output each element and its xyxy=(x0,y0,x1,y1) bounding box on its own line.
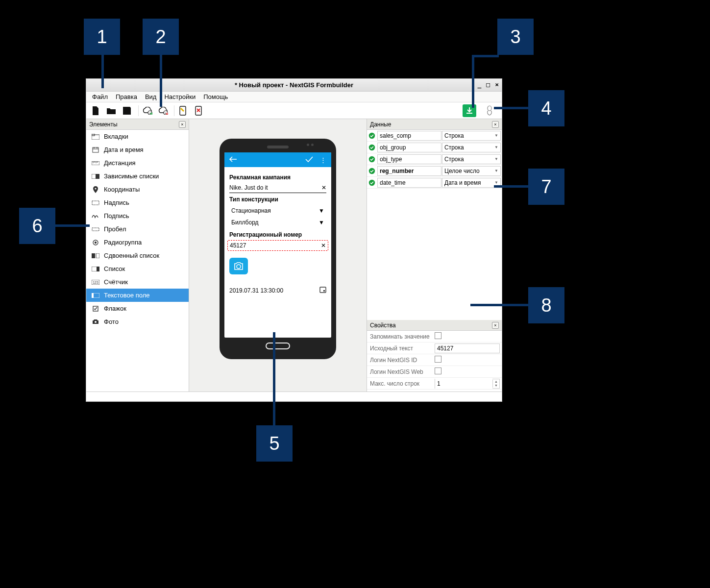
element-item-pin[interactable]: Координаты xyxy=(86,183,189,196)
reg-input-selected[interactable]: 45127 ✕ xyxy=(227,240,328,251)
type-label: Тип конструкции xyxy=(229,196,326,203)
element-item-ruler[interactable]: Дистанция xyxy=(86,156,189,170)
minimize-button[interactable]: _ xyxy=(478,81,482,88)
maximize-button[interactable]: □ xyxy=(486,81,490,88)
element-item-label[interactable]: Надпись xyxy=(86,196,189,209)
menu-edit[interactable]: Правка xyxy=(112,92,141,101)
element-item-camera[interactable]: Фото xyxy=(86,315,189,328)
elements-list: ВкладкиДата и времяДистанцияЗависимые сп… xyxy=(86,130,189,401)
phone-topbar: ⋮ xyxy=(224,152,331,167)
radio-icon xyxy=(91,239,100,246)
field-type-select[interactable]: Строка▼ xyxy=(442,154,501,164)
data-panel-close[interactable]: × xyxy=(492,121,499,128)
element-item-calendar[interactable]: Дата и время xyxy=(86,143,189,156)
callout-3-line2 xyxy=(472,55,499,57)
element-item-counter[interactable]: 123Счётчик xyxy=(86,275,189,289)
prop-login-web-checkbox[interactable] xyxy=(435,368,441,374)
callout-5-line xyxy=(273,332,275,426)
callout-8-line xyxy=(470,304,529,306)
callout-6-line xyxy=(55,224,90,227)
help-mascot-button[interactable] xyxy=(483,104,496,117)
field-name-input[interactable]: obj_type xyxy=(377,154,441,164)
element-item-label: Счётчик xyxy=(104,278,128,286)
prop-max-lines-spinner[interactable]: ▲▼ xyxy=(435,379,500,389)
element-item-tabs[interactable]: Вкладки xyxy=(86,130,189,143)
element-item-duallist[interactable]: Сдвоенный список xyxy=(86,249,189,262)
calendar-icon xyxy=(319,286,326,294)
callout-2-line xyxy=(160,55,162,107)
menu-settings[interactable]: Настройки xyxy=(160,92,199,101)
submit-icon[interactable] xyxy=(305,156,313,164)
element-item-list[interactable]: Список xyxy=(86,262,189,275)
props-panel-header: Свойства × xyxy=(367,320,502,331)
field-type-select[interactable]: Целое число▼ xyxy=(442,166,501,176)
device-edit-button[interactable] xyxy=(176,104,189,117)
date-field[interactable]: 2019.07.31 13:30:00 xyxy=(229,286,326,294)
cloud-download-button[interactable]: x⊘ xyxy=(156,104,169,117)
menu-view[interactable]: Вид xyxy=(141,92,161,101)
elements-panel-close[interactable]: × xyxy=(179,121,186,128)
save-file-button[interactable] xyxy=(121,104,133,117)
callout-3-line xyxy=(472,55,474,78)
type-select-2[interactable]: Биллборд ▼ xyxy=(229,217,326,228)
prop-login-id-checkbox[interactable] xyxy=(435,356,441,363)
element-item-label: Пробел xyxy=(104,225,126,233)
field-name-input[interactable]: obj_group xyxy=(377,143,441,152)
prop-remember-checkbox[interactable] xyxy=(435,332,441,339)
prop-initial-text-input[interactable] xyxy=(435,343,500,353)
svg-point-10 xyxy=(488,106,491,111)
props-panel: Запоминать значение Исходный текст Логин… xyxy=(367,331,502,401)
toolbar: x+ x⊘ xyxy=(86,102,502,119)
element-item-checkbox[interactable]: Флажок xyxy=(86,302,189,315)
element-item-signature[interactable]: Подпись xyxy=(86,209,189,222)
callout-3: 3 xyxy=(497,19,534,55)
element-item-label: Флажок xyxy=(104,305,126,312)
element-item-space[interactable]: Пробел xyxy=(86,222,189,236)
pin-icon xyxy=(91,186,100,193)
field-name-input[interactable]: sales_comp xyxy=(377,131,441,141)
clear-icon[interactable]: ✕ xyxy=(321,184,326,191)
camera-icon xyxy=(91,318,100,325)
svg-rect-18 xyxy=(92,201,99,205)
field-name-input[interactable]: date_time xyxy=(377,178,441,188)
element-item-deplist[interactable]: Зависимые списки xyxy=(86,170,189,183)
element-item-label: Текстовое поле xyxy=(104,292,149,299)
cloud-upload-button[interactable]: x+ xyxy=(141,104,153,117)
props-panel-close[interactable]: × xyxy=(492,322,499,329)
space-icon xyxy=(91,226,100,233)
new-file-button[interactable] xyxy=(89,104,102,117)
callout-3-line3 xyxy=(472,78,474,108)
camera-button[interactable] xyxy=(229,258,248,274)
field-name-input[interactable]: reg_number xyxy=(377,166,441,176)
menu-help[interactable]: Помощь xyxy=(199,92,232,101)
more-icon[interactable]: ⋮ xyxy=(320,156,326,164)
element-item-textfield[interactable]: Текстовое поле xyxy=(86,289,189,302)
signature-icon xyxy=(91,213,100,220)
clear-icon[interactable]: ✕ xyxy=(321,242,326,249)
duallist-icon xyxy=(91,252,100,259)
tabs-icon xyxy=(91,133,100,140)
element-item-label: Список xyxy=(104,265,125,272)
field-type-select[interactable]: Строка▼ xyxy=(442,143,501,152)
field-type-select[interactable]: Дата и время▼ xyxy=(442,178,501,188)
callout-5: 5 xyxy=(256,425,293,462)
open-file-button[interactable] xyxy=(105,104,118,117)
svg-point-17 xyxy=(95,188,96,189)
elements-panel-title: Элементы xyxy=(89,121,118,128)
prop-max-lines-label: Макс. число строк xyxy=(367,380,435,387)
window-title: * Новый проект - NextGIS Formbuilder xyxy=(235,81,353,89)
type-select-1[interactable]: Стационарная ▼ xyxy=(229,205,326,217)
menu-file[interactable]: Файл xyxy=(88,92,112,101)
element-item-label: Сдвоенный список xyxy=(104,252,159,259)
prop-login-web-label: Логин NextGIS Web xyxy=(367,368,435,375)
app-window: * Новый проект - NextGIS Formbuilder _ □… xyxy=(86,78,502,402)
element-item-label: Дистанция xyxy=(104,159,136,167)
campaign-value: Nike. Just do it xyxy=(229,184,268,191)
close-window-button[interactable]: × xyxy=(495,81,499,88)
campaign-input[interactable]: Nike. Just do it ✕ xyxy=(229,183,326,193)
back-icon[interactable] xyxy=(229,156,237,164)
titlebar[interactable]: * Новый проект - NextGIS Formbuilder _ □… xyxy=(86,79,502,92)
field-type-select[interactable]: Строка▼ xyxy=(442,131,501,141)
device-clear-button[interactable] xyxy=(192,104,205,117)
element-item-radio[interactable]: Радиогруппа xyxy=(86,236,189,249)
